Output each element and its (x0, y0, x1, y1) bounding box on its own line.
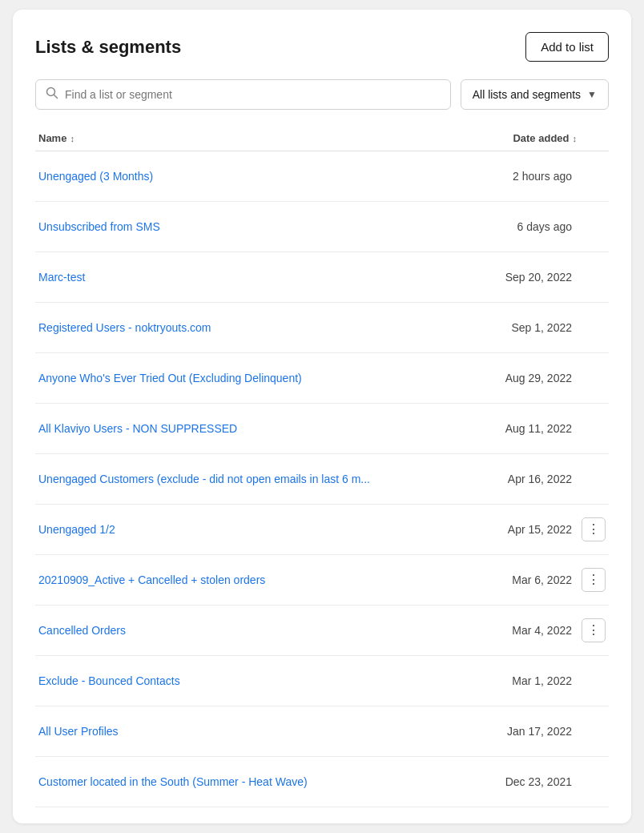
date-sort-icon[interactable]: ↕ (573, 134, 578, 143)
row-date: Mar 4, 2022 (512, 624, 572, 637)
table-row: Customer located in the South (Summer - … (35, 757, 609, 807)
row-name-link[interactable]: All User Profiles (38, 725, 119, 738)
row-name-link[interactable]: Unsubscribed from SMS (38, 220, 160, 233)
row-name: Exclude - Bounced Contacts (38, 674, 180, 688)
row-right: Aug 29, 2022 (505, 366, 606, 390)
row-right: Aug 11, 2022 (505, 416, 606, 441)
chevron-down-icon: ▼ (587, 89, 597, 100)
row-name: 20210909_Active + Cancelled + stolen ord… (38, 573, 265, 587)
table-row: Cancelled OrdersMar 4, 2022⋮ (35, 606, 609, 656)
svg-line-1 (54, 95, 58, 99)
row-more-placeholder (582, 265, 606, 289)
row-right: Jan 17, 2022 (507, 719, 606, 743)
row-name: Marc-test (38, 270, 85, 284)
row-date: Aug 11, 2022 (505, 422, 572, 435)
row-name-link[interactable]: Unengaged (3 Months) (38, 170, 153, 183)
row-more-placeholder (582, 215, 606, 239)
row-right: Mar 4, 2022⋮ (512, 618, 606, 642)
row-more-placeholder (582, 316, 606, 340)
row-more-placeholder (582, 669, 606, 693)
row-date: Apr 15, 2022 (508, 523, 572, 536)
row-name: Cancelled Orders (38, 623, 126, 638)
row-date: Mar 6, 2022 (512, 573, 572, 586)
row-more-placeholder (582, 164, 606, 188)
row-right: Sep 1, 2022 (511, 316, 606, 340)
row-name-link[interactable]: Registered Users - noktryouts.com (38, 321, 211, 334)
row-name-link[interactable]: All Klaviyo Users - NON SUPPRESSED (38, 422, 237, 435)
row-more-placeholder (582, 770, 606, 794)
filter-dropdown[interactable]: All lists and segments ▼ (461, 79, 609, 110)
row-name-link[interactable]: Exclude - Bounced Contacts (38, 674, 180, 687)
lists-segments-card: Lists & segments Add to list All lists a… (13, 10, 631, 823)
page-title: Lists & segments (35, 37, 181, 58)
row-name: Unengaged 1/2 (38, 522, 115, 537)
search-input[interactable] (65, 88, 441, 101)
table-row: Unengaged 1/2Apr 15, 2022⋮ (35, 505, 609, 555)
row-name: Unengaged Customers (exclude - did not o… (38, 472, 370, 486)
search-icon (46, 87, 58, 103)
row-right: Dec 23, 2021 (505, 770, 606, 794)
toolbar: All lists and segments ▼ (35, 79, 609, 110)
row-more-placeholder (582, 416, 606, 441)
row-date: Aug 29, 2022 (505, 372, 572, 384)
table-row: Exclude - Bounced ContactsMar 1, 2022 (35, 656, 609, 706)
table-row: 20210909_Active + Cancelled + stolen ord… (35, 555, 609, 606)
table-row: All Klaviyo Users - NON SUPPRESSEDAug 11… (35, 404, 609, 454)
row-name: Unsubscribed from SMS (38, 219, 160, 234)
table-body: Unengaged (3 Months)2 hours agoUnsubscri… (35, 151, 609, 807)
row-right: Mar 6, 2022⋮ (512, 568, 606, 592)
table-row: Unengaged Customers (exclude - did not o… (35, 454, 609, 505)
row-right: Sep 20, 2022 (505, 265, 606, 289)
search-wrapper (35, 79, 451, 110)
table-row: Registered Users - noktryouts.comSep 1, … (35, 303, 609, 353)
row-right: Mar 1, 2022 (512, 669, 606, 693)
row-name-link[interactable]: Anyone Who's Ever Tried Out (Excluding D… (38, 372, 302, 384)
row-right: Apr 16, 2022 (508, 467, 606, 491)
row-more-button[interactable]: ⋮ (582, 618, 606, 642)
table-row: Anyone Who's Ever Tried Out (Excluding D… (35, 353, 609, 404)
table-row: Marc-testSep 20, 2022 (35, 252, 609, 303)
row-name-link[interactable]: Marc-test (38, 271, 85, 284)
row-name: All Klaviyo Users - NON SUPPRESSED (38, 421, 237, 436)
card-header: Lists & segments Add to list (35, 32, 609, 62)
row-name: Anyone Who's Ever Tried Out (Excluding D… (38, 371, 302, 385)
row-more-placeholder (582, 366, 606, 390)
add-to-list-button[interactable]: Add to list (525, 32, 609, 62)
row-more-button[interactable]: ⋮ (582, 517, 606, 541)
row-name: Customer located in the South (Summer - … (38, 775, 308, 789)
row-name-link[interactable]: Unengaged 1/2 (38, 523, 115, 536)
table-header: Name ↕ Date added ↕ (35, 126, 609, 151)
row-date: Sep 1, 2022 (511, 321, 572, 334)
row-name-link[interactable]: 20210909_Active + Cancelled + stolen ord… (38, 573, 265, 586)
col-name-header: Name ↕ (38, 132, 74, 144)
col-date-header: Date added ↕ (513, 132, 577, 144)
row-more-placeholder (582, 719, 606, 743)
row-date: Dec 23, 2021 (505, 775, 572, 788)
table-row: All User ProfilesJan 17, 2022 (35, 706, 609, 757)
filter-label: All lists and segments (473, 88, 581, 101)
row-more-button[interactable]: ⋮ (582, 568, 606, 592)
row-date: Apr 16, 2022 (508, 473, 572, 485)
row-right: 6 days ago (517, 215, 606, 239)
row-name: All User Profiles (38, 724, 119, 738)
table-row: Unsubscribed from SMS6 days ago (35, 202, 609, 252)
row-date: 6 days ago (517, 220, 573, 233)
row-name: Registered Users - noktryouts.com (38, 320, 211, 335)
row-name-link[interactable]: Customer located in the South (Summer - … (38, 775, 308, 788)
name-sort-icon[interactable]: ↕ (70, 134, 74, 143)
row-name-link[interactable]: Unengaged Customers (exclude - did not o… (38, 473, 370, 485)
row-date: Jan 17, 2022 (507, 725, 572, 738)
row-name: Unengaged (3 Months) (38, 169, 153, 183)
row-date: Sep 20, 2022 (505, 271, 572, 284)
row-more-placeholder (582, 467, 606, 491)
table-row: Unengaged (3 Months)2 hours ago (35, 151, 609, 202)
row-name-link[interactable]: Cancelled Orders (38, 624, 126, 637)
row-date: 2 hours ago (513, 170, 572, 183)
row-right: Apr 15, 2022⋮ (508, 517, 606, 541)
row-date: Mar 1, 2022 (512, 674, 572, 687)
row-right: 2 hours ago (513, 164, 606, 188)
